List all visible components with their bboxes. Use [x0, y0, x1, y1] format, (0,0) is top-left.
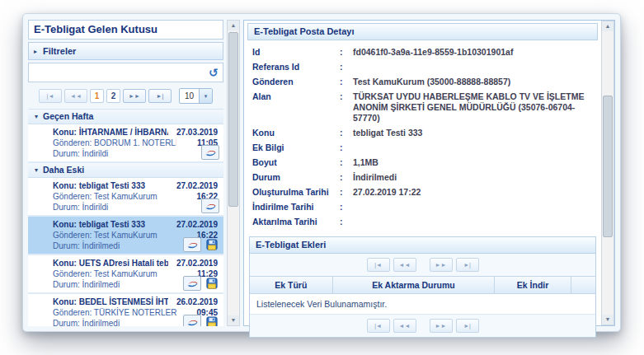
field-value [353, 202, 595, 213]
item-status: Durum: İndirildi [53, 148, 176, 159]
chevron-down-icon: ▾ [199, 89, 212, 103]
field-ek-bilgi: Ek Bilgi : [252, 142, 595, 153]
item-sender: Gönderen: BODRUM 1. NOTERLİĞİ [53, 138, 176, 148]
field-label: Gönderen [252, 77, 340, 87]
inbox-scrollbar[interactable]: ▲ ▼ [227, 20, 240, 326]
list-item[interactable]: Konu: BEDEL İSTENMESİ İHTARNAMESİ Gönder… [28, 294, 223, 326]
attachments-section: E-Tebligat Ekleri |◄ ◄◄ ►► ►| Ek Türü Ek… [249, 236, 596, 338]
field-aktarilma-tarihi: Aktarılma Tarihi : [252, 217, 595, 227]
column-header-ek-aktarma-durumu[interactable]: Ek Aktarma Durumu [333, 277, 496, 293]
page-size-select[interactable]: 10 ▾ [179, 88, 213, 104]
scroll-down-icon[interactable]: ▼ [602, 315, 613, 325]
field-label: Konu [252, 128, 340, 138]
detail-title: E-Tebligat Posta Detayı [247, 23, 598, 40]
field-label: Referans Id [252, 62, 340, 72]
item-date: 27.02.2019 [176, 258, 218, 269]
attachments-pagination-top: |◄ ◄◄ ►► ►| [250, 254, 595, 276]
field-konu: Konu : tebligat Testi 333 [252, 128, 595, 138]
prev-page-button[interactable]: ◄◄ [64, 89, 87, 103]
next-page-button[interactable]: ►► [123, 89, 146, 103]
save-icon[interactable] [204, 315, 219, 326]
filters-label: Filtreler [43, 46, 76, 56]
first-page-button[interactable]: |◄ [367, 258, 390, 272]
page-2-button[interactable]: 2 [106, 89, 120, 103]
field-id: Id : fd0461f0-3a9a-11e9-8559-1b10301901a… [252, 47, 595, 58]
field-value: Test KamuKurum (35000-88888-88857) [353, 77, 595, 87]
column-header-ek-turu[interactable]: Ek Türü [250, 277, 333, 293]
item-date: 26.02.2019 [176, 297, 218, 307]
field-value: tebligat Testi 333 [353, 128, 595, 138]
last-page-button[interactable]: ►| [148, 89, 172, 103]
item-status: Durum: İndirilmedi [53, 279, 176, 290]
list-item-selected[interactable]: Konu: tebligat Testi 333 Gönderen: Test … [28, 217, 223, 255]
next-page-button[interactable]: ►► [430, 258, 453, 272]
field-label: Ek Bilgi [252, 142, 340, 153]
inbox-list: ▾ Geçen Hafta Konu: İHTARNAME / İHBARNAM… [28, 109, 223, 326]
item-date: 27.03.2019 [176, 127, 218, 138]
field-indirilme-tarihi: İndirilme Tarihi : [252, 202, 595, 213]
list-item[interactable]: Konu: tebligat Testi 333 Gönderen: Test … [28, 178, 223, 217]
preview-icon[interactable] [183, 315, 201, 326]
field-value: 1,1MB [353, 157, 595, 168]
group-label: Geçen Hafta [43, 111, 93, 122]
field-value: İndirilmedi [353, 172, 595, 183]
page-size-value: 10 [180, 89, 199, 103]
field-alan: Alan : TÜRKSAT UYDU HABERLEŞME KABLO TV … [252, 91, 595, 124]
save-icon[interactable] [204, 238, 219, 251]
prev-page-button[interactable]: ◄◄ [393, 319, 416, 333]
list-item[interactable]: Konu: UETS ADresi Hatali tebligat Testi … [28, 255, 223, 294]
group-header-daha-eski[interactable]: ▾ Daha Eski [28, 163, 223, 178]
field-value [353, 62, 595, 72]
column-header-ek-indir[interactable]: Ek İndir [495, 277, 571, 293]
refresh-icon[interactable]: ↻ [209, 67, 219, 78]
preview-icon[interactable] [183, 276, 201, 291]
last-page-button[interactable]: ►| [456, 319, 479, 333]
first-page-button[interactable]: |◄ [39, 89, 62, 103]
scrollbar-thumb[interactable] [603, 96, 613, 237]
scrollbar-thumb[interactable] [228, 32, 238, 207]
group-header-gecen-hafta[interactable]: ▾ Geçen Hafta [28, 110, 223, 124]
group-label: Daha Eski [43, 165, 84, 175]
prev-page-button[interactable]: ◄◄ [393, 258, 416, 272]
field-value: fd0461f0-3a9a-11e9-8559-1b10301901af [353, 47, 595, 58]
field-referans-id: Referans Id : [252, 62, 595, 72]
item-status: Durum: İndirilmedi [53, 241, 176, 251]
scroll-up-icon[interactable]: ▲ [602, 21, 613, 31]
next-page-button[interactable]: ►► [430, 319, 453, 333]
item-status: Durum: İndirildi [53, 202, 176, 213]
item-sender: Gönderen: Test KamuKurum [53, 191, 176, 202]
detail-fields: Id : fd0461f0-3a9a-11e9-8559-1b10301901a… [247, 40, 598, 235]
item-status: Durum: İndirilmedi [53, 318, 176, 326]
preview-icon[interactable] [201, 145, 219, 160]
item-subject: Konu: BEDEL İSTENMESİ İHTARNAMESİ [53, 297, 168, 307]
collapse-down-icon: ▾ [35, 165, 38, 175]
item-sender: Gönderen: Test KamuKurum [53, 269, 176, 279]
field-label: Oluşturulma Tarihi [252, 187, 340, 198]
filters-toggle[interactable]: ▸ Filtreler [28, 42, 223, 60]
first-page-button[interactable]: |◄ [367, 319, 390, 333]
field-label: Id [252, 47, 340, 58]
last-page-button[interactable]: ►| [456, 258, 479, 272]
save-icon[interactable] [204, 277, 219, 290]
item-date: 27.02.2019 [176, 180, 218, 191]
preview-icon[interactable] [183, 237, 201, 252]
inbox-title: E-Tebligat Gelen Kutusu [28, 20, 223, 40]
collapse-down-icon: ▾ [35, 111, 38, 122]
page-1-button[interactable]: 1 [90, 89, 104, 103]
attachments-empty-message: Listelenecek Veri Bulunamamıştır. [250, 294, 595, 315]
item-sender: Gönderen: Test KamuKurum [53, 230, 176, 241]
field-value: TÜRKSAT UYDU HABERLEŞME KABLO TV VE İŞLE… [353, 91, 595, 124]
item-subject: Konu: tebligat Testi 333 [53, 180, 168, 191]
scroll-down-icon[interactable]: ▼ [228, 315, 239, 325]
field-label: Alan [252, 91, 340, 124]
detail-scrollbar[interactable]: ▲ ▼ [601, 21, 614, 325]
column-header-empty [571, 277, 595, 293]
list-item[interactable]: Konu: İHTARNAME / İHBARNAME Gönderen: BO… [28, 124, 223, 163]
inbox-toolbar: ↻ [28, 63, 223, 82]
field-label: Boyut [252, 157, 340, 168]
scroll-up-icon[interactable]: ▲ [228, 21, 239, 30]
field-durum: Durum : İndirilmedi [252, 172, 595, 183]
preview-icon[interactable] [201, 199, 219, 213]
field-label: Durum [252, 172, 340, 183]
item-subject: Konu: İHTARNAME / İHBARNAME [53, 127, 168, 138]
